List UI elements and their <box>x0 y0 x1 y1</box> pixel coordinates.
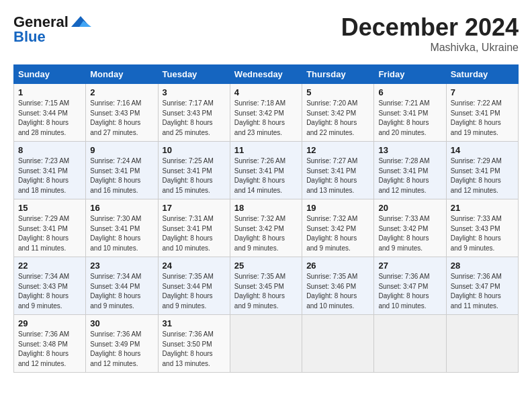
day-cell: 21 Sunrise: 7:33 AMSunset: 3:43 PMDaylig… <box>446 199 518 257</box>
day-number: 2 <box>90 87 153 97</box>
day-detail: Sunrise: 7:22 AMSunset: 3:41 PMDaylight:… <box>451 99 502 136</box>
column-header-thursday: Thursday <box>302 65 374 84</box>
day-cell: 1 Sunrise: 7:15 AMSunset: 3:44 PMDayligh… <box>14 84 86 142</box>
day-number: 31 <box>163 318 226 328</box>
week-row-5: 29 Sunrise: 7:36 AMSunset: 3:48 PMDaylig… <box>14 315 519 373</box>
day-cell: 16 Sunrise: 7:30 AMSunset: 3:41 PMDaylig… <box>86 199 158 257</box>
day-number: 14 <box>451 145 514 155</box>
day-cell <box>374 315 446 373</box>
title-area: December 2024 Mashivka, Ukraine <box>341 13 519 54</box>
week-row-2: 8 Sunrise: 7:23 AMSunset: 3:41 PMDayligh… <box>14 142 519 199</box>
day-number: 5 <box>306 87 369 97</box>
day-detail: Sunrise: 7:31 AMSunset: 3:41 PMDaylight:… <box>163 215 214 252</box>
calendar-header-row: SundayMondayTuesdayWednesdayThursdayFrid… <box>14 65 519 84</box>
day-detail: Sunrise: 7:34 AMSunset: 3:44 PMDaylight:… <box>90 273 141 310</box>
day-cell: 29 Sunrise: 7:36 AMSunset: 3:48 PMDaylig… <box>14 315 86 373</box>
day-number: 30 <box>90 318 153 328</box>
day-detail: Sunrise: 7:25 AMSunset: 3:41 PMDaylight:… <box>163 157 214 194</box>
day-cell: 13 Sunrise: 7:28 AMSunset: 3:41 PMDaylig… <box>374 142 446 199</box>
logo-blue: Blue <box>13 28 46 46</box>
day-cell: 4 Sunrise: 7:18 AMSunset: 3:42 PMDayligh… <box>230 84 302 142</box>
day-number: 21 <box>451 203 514 213</box>
day-number: 11 <box>234 145 298 155</box>
day-number: 26 <box>306 261 369 271</box>
day-number: 29 <box>18 318 81 328</box>
day-detail: Sunrise: 7:32 AMSunset: 3:42 PMDaylight:… <box>234 215 285 252</box>
day-cell: 11 Sunrise: 7:26 AMSunset: 3:41 PMDaylig… <box>230 142 302 199</box>
day-detail: Sunrise: 7:32 AMSunset: 3:42 PMDaylight:… <box>306 215 357 252</box>
day-detail: Sunrise: 7:28 AMSunset: 3:41 PMDaylight:… <box>378 157 429 194</box>
day-number: 23 <box>90 261 153 271</box>
day-number: 20 <box>378 203 441 213</box>
day-cell: 24 Sunrise: 7:35 AMSunset: 3:44 PMDaylig… <box>158 257 230 315</box>
day-cell <box>230 315 302 373</box>
day-detail: Sunrise: 7:34 AMSunset: 3:43 PMDaylight:… <box>18 273 69 310</box>
day-number: 4 <box>234 87 298 97</box>
day-number: 3 <box>163 87 226 97</box>
day-number: 7 <box>451 87 514 97</box>
day-number: 15 <box>18 203 81 213</box>
column-header-saturday: Saturday <box>446 65 518 84</box>
day-detail: Sunrise: 7:26 AMSunset: 3:41 PMDaylight:… <box>234 157 285 194</box>
day-number: 19 <box>306 203 369 213</box>
day-cell: 25 Sunrise: 7:35 AMSunset: 3:45 PMDaylig… <box>230 257 302 315</box>
day-number: 25 <box>234 261 298 271</box>
day-detail: Sunrise: 7:20 AMSunset: 3:42 PMDaylight:… <box>306 99 357 136</box>
day-number: 8 <box>18 145 81 155</box>
day-cell: 31 Sunrise: 7:36 AMSunset: 3:50 PMDaylig… <box>158 315 230 373</box>
day-cell: 18 Sunrise: 7:32 AMSunset: 3:42 PMDaylig… <box>230 199 302 257</box>
day-detail: Sunrise: 7:33 AMSunset: 3:42 PMDaylight:… <box>378 215 429 252</box>
week-row-3: 15 Sunrise: 7:29 AMSunset: 3:41 PMDaylig… <box>14 199 519 257</box>
day-detail: Sunrise: 7:23 AMSunset: 3:41 PMDaylight:… <box>18 157 69 194</box>
column-header-tuesday: Tuesday <box>158 65 230 84</box>
day-number: 17 <box>163 203 226 213</box>
day-detail: Sunrise: 7:30 AMSunset: 3:41 PMDaylight:… <box>90 215 141 252</box>
day-detail: Sunrise: 7:29 AMSunset: 3:41 PMDaylight:… <box>451 157 502 194</box>
day-detail: Sunrise: 7:17 AMSunset: 3:43 PMDaylight:… <box>163 99 214 136</box>
day-number: 13 <box>378 145 441 155</box>
location: Mashivka, Ukraine <box>341 42 519 54</box>
day-cell: 22 Sunrise: 7:34 AMSunset: 3:43 PMDaylig… <box>14 257 86 315</box>
day-detail: Sunrise: 7:18 AMSunset: 3:42 PMDaylight:… <box>234 99 285 136</box>
day-cell: 2 Sunrise: 7:16 AMSunset: 3:43 PMDayligh… <box>86 84 158 142</box>
day-detail: Sunrise: 7:27 AMSunset: 3:41 PMDaylight:… <box>306 157 357 194</box>
column-header-wednesday: Wednesday <box>230 65 302 84</box>
day-number: 16 <box>90 203 153 213</box>
day-number: 22 <box>18 261 81 271</box>
day-detail: Sunrise: 7:33 AMSunset: 3:43 PMDaylight:… <box>451 215 502 252</box>
day-cell <box>446 315 518 373</box>
day-cell: 15 Sunrise: 7:29 AMSunset: 3:41 PMDaylig… <box>14 199 86 257</box>
day-detail: Sunrise: 7:16 AMSunset: 3:43 PMDaylight:… <box>90 99 141 136</box>
day-cell: 20 Sunrise: 7:33 AMSunset: 3:42 PMDaylig… <box>374 199 446 257</box>
day-cell: 3 Sunrise: 7:17 AMSunset: 3:43 PMDayligh… <box>158 84 230 142</box>
day-cell: 8 Sunrise: 7:23 AMSunset: 3:41 PMDayligh… <box>14 142 86 199</box>
day-cell: 19 Sunrise: 7:32 AMSunset: 3:42 PMDaylig… <box>302 199 374 257</box>
day-detail: Sunrise: 7:35 AMSunset: 3:45 PMDaylight:… <box>234 273 285 310</box>
day-cell: 17 Sunrise: 7:31 AMSunset: 3:41 PMDaylig… <box>158 199 230 257</box>
header: General Blue December 2024 Mashivka, Ukr… <box>13 13 519 54</box>
day-detail: Sunrise: 7:35 AMSunset: 3:46 PMDaylight:… <box>306 273 357 310</box>
day-detail: Sunrise: 7:36 AMSunset: 3:49 PMDaylight:… <box>90 330 141 367</box>
day-cell: 7 Sunrise: 7:22 AMSunset: 3:41 PMDayligh… <box>446 84 518 142</box>
day-cell: 23 Sunrise: 7:34 AMSunset: 3:44 PMDaylig… <box>86 257 158 315</box>
logo: General Blue <box>13 13 93 46</box>
calendar-table: SundayMondayTuesdayWednesdayThursdayFrid… <box>13 64 519 373</box>
day-detail: Sunrise: 7:15 AMSunset: 3:44 PMDaylight:… <box>18 99 69 136</box>
month-title: December 2024 <box>341 13 519 42</box>
day-cell: 10 Sunrise: 7:25 AMSunset: 3:41 PMDaylig… <box>158 142 230 199</box>
day-detail: Sunrise: 7:24 AMSunset: 3:41 PMDaylight:… <box>90 157 141 194</box>
week-row-4: 22 Sunrise: 7:34 AMSunset: 3:43 PMDaylig… <box>14 257 519 315</box>
day-detail: Sunrise: 7:36 AMSunset: 3:50 PMDaylight:… <box>163 330 214 367</box>
day-number: 9 <box>90 145 153 155</box>
day-number: 12 <box>306 145 369 155</box>
day-cell: 6 Sunrise: 7:21 AMSunset: 3:41 PMDayligh… <box>374 84 446 142</box>
day-cell: 14 Sunrise: 7:29 AMSunset: 3:41 PMDaylig… <box>446 142 518 199</box>
day-number: 10 <box>163 145 226 155</box>
week-row-1: 1 Sunrise: 7:15 AMSunset: 3:44 PMDayligh… <box>14 84 519 142</box>
day-cell: 9 Sunrise: 7:24 AMSunset: 3:41 PMDayligh… <box>86 142 158 199</box>
day-detail: Sunrise: 7:21 AMSunset: 3:41 PMDaylight:… <box>378 99 429 136</box>
day-number: 6 <box>378 87 441 97</box>
day-cell: 26 Sunrise: 7:35 AMSunset: 3:46 PMDaylig… <box>302 257 374 315</box>
day-detail: Sunrise: 7:36 AMSunset: 3:48 PMDaylight:… <box>18 330 69 367</box>
day-cell: 30 Sunrise: 7:36 AMSunset: 3:49 PMDaylig… <box>86 315 158 373</box>
